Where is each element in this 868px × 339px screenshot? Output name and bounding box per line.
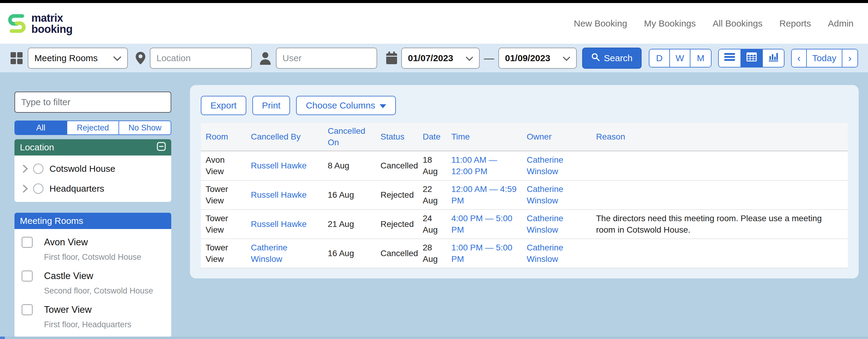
cell-cancelled-on: 16 Aug: [323, 180, 376, 209]
cell-cancelled-by-link[interactable]: Russell Hawke: [246, 151, 323, 180]
nav-reports[interactable]: Reports: [779, 19, 811, 29]
week-view-button[interactable]: W: [670, 49, 690, 67]
grid-view-button[interactable]: [741, 49, 763, 67]
cell-reason: The directors need this meeting room. Pl…: [591, 210, 848, 239]
cell-room: Avon View: [201, 151, 246, 180]
meeting-rooms-panel-header[interactable]: Meeting Rooms: [14, 213, 171, 229]
tab-rejected[interactable]: Rejected: [67, 121, 119, 134]
minus-square-icon[interactable]: [157, 142, 166, 153]
cell-cancelled-by-link[interactable]: Russell Hawke: [246, 210, 323, 239]
radio-button[interactable]: [33, 183, 43, 194]
column-header-reason[interactable]: Reason: [591, 123, 848, 151]
tab-all[interactable]: All: [15, 121, 67, 134]
calendar-icon: [385, 52, 398, 65]
category-select-value: Meeting Rooms: [34, 53, 98, 63]
cell-reason: [591, 151, 848, 180]
room-detail: First floor, Cotswold House: [44, 252, 171, 262]
room-item-castle-view: Castle View Second floor, Cotswold House: [14, 270, 171, 296]
date-from-select[interactable]: 01/07/2023: [401, 47, 480, 69]
room-name[interactable]: Castle View: [44, 271, 93, 281]
checkbox[interactable]: [22, 271, 33, 281]
scrollbar-thumb[interactable]: [0, 337, 5, 339]
brand-line-1: matrix: [31, 12, 72, 24]
room-item-avon-view: Avon View First floor, Cotswold House: [14, 236, 171, 262]
location-tree: Cotswold House Headquarters: [14, 156, 171, 202]
chevron-right-icon[interactable]: [22, 184, 28, 193]
page: matrix booking New Booking My Bookings A…: [0, 0, 868, 339]
sidebar-filter-input[interactable]: [14, 92, 171, 113]
cell-time-link[interactable]: 4:00 PM — 5:00 PM: [446, 210, 522, 239]
location-input[interactable]: [156, 53, 245, 63]
cancellations-table: Room Cancelled By Cancelled On Status Da…: [201, 123, 848, 268]
cell-owner-link[interactable]: Catherine Winslow: [522, 180, 591, 209]
table-row: Tower View Catherine Winslow 16 Aug Canc…: [201, 239, 848, 268]
category-select[interactable]: Meeting Rooms: [28, 47, 128, 69]
filter-bar: Meeting Rooms: [0, 44, 868, 72]
chevron-down-icon: [466, 53, 473, 63]
cell-owner-link[interactable]: Catherine Winslow: [522, 151, 591, 180]
room-name[interactable]: Avon View: [44, 237, 88, 248]
chevron-left-icon: ‹: [797, 52, 801, 64]
results-card: Export Print Choose Columns Room Cancell…: [190, 85, 859, 278]
checkbox[interactable]: [22, 304, 33, 315]
print-button[interactable]: Print: [252, 96, 290, 115]
user-input[interactable]: [282, 53, 371, 63]
column-header-date[interactable]: Date: [418, 123, 446, 151]
cell-cancelled-by-link[interactable]: Russell Hawke: [246, 180, 323, 209]
chart-view-button[interactable]: [763, 49, 784, 67]
cell-owner-link[interactable]: Catherine Winslow: [522, 239, 591, 268]
location-panel-header[interactable]: Location: [14, 139, 171, 156]
nav-admin[interactable]: Admin: [828, 19, 854, 29]
column-header-cancelled-on[interactable]: Cancelled On: [323, 123, 376, 151]
nav-my-bookings[interactable]: My Bookings: [644, 19, 696, 29]
column-header-status[interactable]: Status: [376, 123, 418, 151]
radio-button[interactable]: [33, 164, 43, 174]
nav-new-booking[interactable]: New Booking: [574, 19, 627, 29]
cell-reason: [591, 180, 848, 209]
previous-button[interactable]: ‹: [792, 49, 807, 67]
meeting-rooms-list: Avon View First floor, Cotswold House Ca…: [14, 229, 171, 338]
date-to-select[interactable]: 01/09/2023: [498, 47, 577, 69]
search-button[interactable]: Search: [582, 47, 642, 69]
today-button[interactable]: Today: [807, 49, 842, 67]
horizontal-scrollbar[interactable]: [0, 337, 868, 339]
tree-item-label: Cotswold House: [50, 164, 115, 174]
column-header-time[interactable]: Time: [446, 123, 522, 151]
cell-owner-link[interactable]: Catherine Winslow: [522, 210, 591, 239]
tree-item-headquarters[interactable]: Headquarters: [14, 180, 171, 197]
tab-no-show[interactable]: No Show: [119, 121, 170, 134]
cell-time-link[interactable]: 1:00 PM — 5:00 PM: [446, 239, 522, 268]
checkbox[interactable]: [22, 237, 33, 248]
app-header: matrix booking New Booking My Bookings A…: [0, 3, 868, 44]
tree-item-cotswold-house[interactable]: Cotswold House: [14, 160, 171, 177]
export-button[interactable]: Export: [201, 96, 246, 115]
column-header-cancelled-by[interactable]: Cancelled By: [246, 123, 323, 151]
column-header-owner[interactable]: Owner: [522, 123, 591, 151]
column-header-room[interactable]: Room: [201, 123, 246, 151]
cell-time-link[interactable]: 11:00 AM — 12:00 PM: [446, 151, 522, 180]
room-detail: Second floor, Cotswold House: [44, 286, 171, 296]
cell-time-link[interactable]: 12:00 AM — 4:59 PM: [446, 180, 522, 209]
view-controls: D W M: [649, 49, 858, 68]
chevron-right-icon[interactable]: [22, 164, 28, 173]
meeting-rooms-panel-title: Meeting Rooms: [20, 216, 83, 226]
list-view-button[interactable]: [719, 49, 741, 67]
cell-status: Rejected: [376, 210, 418, 239]
room-name[interactable]: Tower View: [44, 304, 92, 315]
meeting-rooms-panel: Meeting Rooms Avon View First floor, Cot…: [14, 213, 171, 338]
cell-date: 18 Aug: [418, 151, 446, 180]
location-input-wrapper: [150, 47, 252, 69]
month-view-button[interactable]: M: [690, 49, 711, 67]
table-row: Tower View Russell Hawke 21 Aug Rejected…: [201, 210, 848, 239]
matrix-booking-logo[interactable]: matrix booking: [7, 11, 72, 36]
cell-cancelled-by-link[interactable]: Catherine Winslow: [246, 239, 323, 268]
room-item-tower-view: Tower View First floor, Headquarters: [14, 304, 171, 330]
map-pin-icon: [135, 51, 146, 65]
day-view-button[interactable]: D: [649, 49, 670, 67]
choose-columns-button[interactable]: Choose Columns: [296, 96, 396, 115]
date-nav-group: ‹ Today ›: [791, 49, 858, 68]
choose-columns-label: Choose Columns: [306, 100, 375, 111]
nav-all-bookings[interactable]: All Bookings: [713, 19, 763, 29]
next-button[interactable]: ›: [842, 49, 858, 67]
date-from-value: 01/07/2023: [408, 53, 453, 63]
